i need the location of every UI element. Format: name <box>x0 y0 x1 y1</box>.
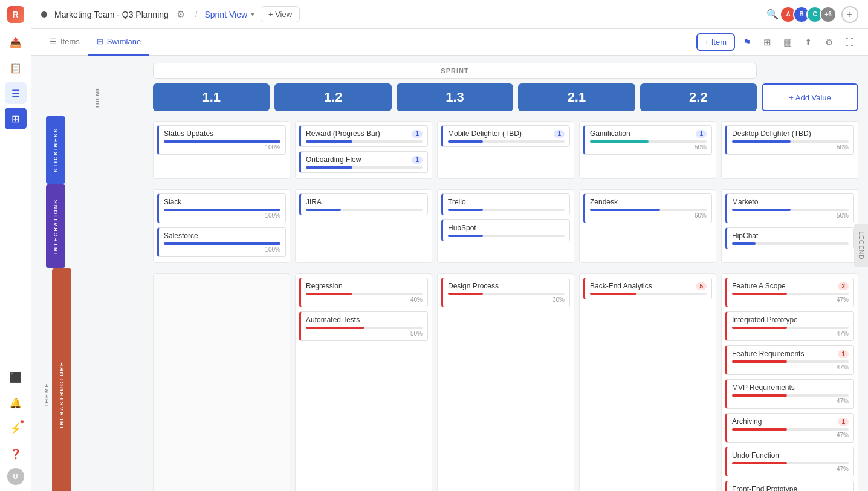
item-card[interactable]: Automated Tests 50% <box>299 311 428 341</box>
viewbar-right: + Item ⚑ ⊞ ▦ ⬆ ⚙ ⛶ <box>696 33 859 51</box>
item-card[interactable]: Feature A Scope 2 47% <box>725 278 854 307</box>
sidebar-item-list[interactable]: ☰ <box>5 82 27 104</box>
infrastructure-label-wrapper: THEME INFRASTRUCTURE <box>41 268 153 491</box>
view-title[interactable]: Sprint View ▼ <box>204 10 255 19</box>
swimlane-icon: ⊞ <box>97 37 103 46</box>
workspace-dot <box>41 11 47 18</box>
stickiness-cell-1-3: Mobile Delighter (TBD) 1 <box>437 121 574 179</box>
item-card[interactable]: Marketo 50% <box>725 193 854 223</box>
settings2-icon[interactable]: ⚙ <box>820 33 838 51</box>
infrastructure-cell-1-1 <box>153 273 290 491</box>
sidebar-item-tasks[interactable]: 📋 <box>5 57 27 79</box>
integrations-cell-1-3: Trello HubSpot <box>437 189 574 263</box>
legend-tab[interactable]: LEGEND <box>854 224 868 267</box>
filter-icon[interactable]: ⚑ <box>737 33 756 51</box>
columns-icon[interactable]: ▦ <box>779 33 797 51</box>
item-card[interactable]: Mobile Delighter (TBD) 1 <box>441 125 570 147</box>
sprint-header: SPRINT <box>153 63 757 79</box>
list-icon: ☰ <box>50 37 57 46</box>
col-header-1-2: 1.2 <box>274 83 391 111</box>
col-header-2-2: 2.2 <box>640 83 757 111</box>
theme-label-integrations <box>41 184 46 268</box>
item-card[interactable]: HipChat <box>725 227 854 249</box>
infrastructure-cells: Regression 40% Automated Tests 50% <box>153 268 858 491</box>
sidebar-item-board[interactable]: ⊞ <box>5 108 27 129</box>
sidebar: R 📤 📋 ☰ ⊞ ⬛ 🔔 ⚡ ❓ U <box>0 0 31 491</box>
item-card[interactable]: Archiving 1 47% <box>725 413 854 443</box>
item-card[interactable]: Back-End Analytics 5 <box>583 278 712 299</box>
stickiness-cells: Status Updates 100% Reward (Progress Bar… <box>153 116 858 184</box>
sidebar-item-notifications[interactable]: 🔔 <box>5 392 27 414</box>
view-dropdown-icon: ▼ <box>250 11 256 18</box>
infrastructure-label: INFRASTRUCTURE <box>52 268 71 491</box>
sprint-label-spacer <box>41 63 153 79</box>
topbar: Marketing Team - Q3 Planning ⚙ / Sprint … <box>31 0 868 29</box>
integrations-cell-2-2: Marketo 50% HipChat <box>721 189 858 263</box>
item-card[interactable]: Slack 100% <box>157 193 286 223</box>
integrations-cell-1-1: Slack 100% Salesforce 100% <box>153 189 290 263</box>
viewbar: ☰ Items ⊞ Swimlane + Item ⚑ ⊞ ▦ ⬆ ⚙ ⛶ <box>31 29 868 56</box>
add-view-button[interactable]: + View <box>261 6 300 22</box>
board-area: SPRINT THEME 1.1 1.2 1.3 <box>31 56 868 491</box>
item-card[interactable]: Reward (Progress Bar) 1 <box>299 125 428 147</box>
item-card[interactable]: Trello <box>441 193 570 215</box>
app-logo[interactable]: R <box>7 6 24 23</box>
item-card[interactable]: Status Updates 100% <box>157 125 286 155</box>
item-card[interactable]: Undo Function 47% <box>725 447 854 476</box>
fullscreen-icon[interactable]: ⛶ <box>840 33 858 51</box>
integrations-label: INTEGRATIONS <box>46 184 65 268</box>
item-card[interactable]: Front-End Prototype 47% <box>725 481 854 491</box>
infrastructure-cell-1-3: Design Process 30% <box>437 273 574 491</box>
search-icon[interactable]: 🔍 <box>766 8 779 20</box>
settings-icon[interactable]: ⚙ <box>173 7 188 22</box>
stickiness-cell-2-1: Gamification 1 50% <box>579 121 716 179</box>
avatar-extra[interactable]: +6 <box>820 6 837 23</box>
item-card[interactable]: Design Process 30% <box>441 278 570 307</box>
main-content: Marketing Team - Q3 Planning ⚙ / Sprint … <box>31 0 868 491</box>
user-avatar[interactable]: U <box>7 468 24 485</box>
sprint-board: SPRINT THEME 1.1 1.2 1.3 <box>31 56 868 491</box>
item-card[interactable]: Gamification 1 50% <box>583 125 712 155</box>
infrastructure-cell-2-2: Feature A Scope 2 47% Integrated Prototy… <box>721 273 858 491</box>
col-header-2-1: 2.1 <box>518 83 635 111</box>
workspace-title: Marketing Team - Q3 Planning <box>54 10 169 19</box>
tab-swimlane[interactable]: ⊞ Swimlane <box>88 29 149 56</box>
col-header-1-1: 1.1 <box>153 83 270 111</box>
integrations-cells: Slack 100% Salesforce 100% <box>153 184 858 268</box>
item-card[interactable]: Feature Requirements 1 47% <box>725 345 854 375</box>
infrastructure-cell-2-1: Back-End Analytics 5 <box>579 273 716 491</box>
theme-label-stickiness <box>41 116 46 184</box>
columns-row: THEME 1.1 1.2 1.3 2.1 2 <box>31 79 868 111</box>
group-icon[interactable]: ⊞ <box>758 33 776 51</box>
item-card[interactable]: HubSpot <box>441 219 570 241</box>
sidebar-item-activity[interactable]: ⚡ <box>5 417 27 439</box>
item-card[interactable]: Desktop Delighter (TBD) 50% <box>725 125 854 155</box>
item-card[interactable]: JIRA <box>299 193 428 215</box>
sidebar-item-upload[interactable]: 📤 <box>5 31 27 53</box>
add-value-button[interactable]: + Add Value <box>762 83 858 111</box>
stickiness-label: STICKINESS <box>46 116 65 184</box>
item-card[interactable]: Regression 40% <box>299 278 428 307</box>
tab-items[interactable]: ☰ Items <box>41 29 88 56</box>
integrations-cell-2-1: Zendesk 60% <box>579 189 716 263</box>
stickiness-cell-2-2: Desktop Delighter (TBD) 50% <box>721 121 858 179</box>
stickiness-cell-1-1: Status Updates 100% <box>153 121 290 179</box>
sprint-header-row: SPRINT <box>31 56 868 79</box>
swimlane-rows: STICKINESS Status Updates 100% <box>31 111 868 491</box>
item-card[interactable]: Zendesk 60% <box>583 193 712 223</box>
add-item-button[interactable]: + Item <box>696 33 736 51</box>
infrastructure-cell-1-2: Regression 40% Automated Tests 50% <box>295 273 432 491</box>
add-user-button[interactable]: + <box>841 6 858 23</box>
sidebar-item-widget[interactable]: ⬛ <box>5 366 27 388</box>
swimlane-infrastructure: THEME INFRASTRUCTURE Regression 40% <box>41 268 858 491</box>
item-card[interactable]: Salesforce 100% <box>157 227 286 257</box>
stickiness-cell-1-2: Reward (Progress Bar) 1 Onboarding Flow … <box>295 121 432 179</box>
integrations-cell-1-2: JIRA <box>295 189 432 263</box>
theme-label: THEME <box>94 86 100 109</box>
item-card[interactable]: Integrated Prototype 47% <box>725 311 854 341</box>
export-icon[interactable]: ⬆ <box>799 33 817 51</box>
sidebar-item-help[interactable]: ❓ <box>5 443 27 464</box>
item-card[interactable]: MVP Requirements 47% <box>725 379 854 409</box>
item-card[interactable]: Onboarding Flow 1 <box>299 151 428 173</box>
stickiness-label-wrapper: STICKINESS <box>41 116 153 184</box>
